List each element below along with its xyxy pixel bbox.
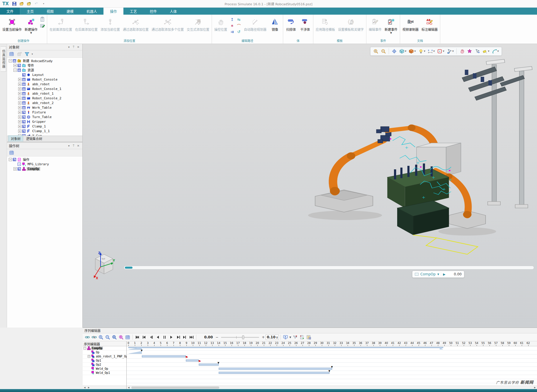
visibility-checkbox[interactable] [18, 167, 21, 171]
jump-start-icon[interactable] [135, 334, 140, 340]
center-view-icon[interactable] [391, 48, 398, 54]
clipboard-button[interactable] [39, 16, 46, 22]
gantt-tree-item-6[interactable]: Weld_Op1 [83, 371, 126, 375]
seq-zoom-out-icon[interactable] [105, 334, 111, 340]
ribbon-button-0-0[interactable]: 设置当前操作 [1, 15, 23, 32]
operation-tree-item-1[interactable]: ✕MFG_Library [7, 162, 82, 166]
seq-zoom-in-icon[interactable] [98, 334, 104, 340]
expander-icon[interactable]: + [13, 167, 17, 171]
undo-icon[interactable]: ↶ [34, 1, 39, 6]
unlink-icon[interactable] [91, 334, 97, 340]
path-tool-button-0[interactable]: ↥ [229, 16, 235, 22]
scroll-thumb[interactable] [131, 386, 219, 389]
next-operation-icon[interactable] [182, 334, 188, 340]
display-bulb-icon[interactable]: ▼ [417, 48, 426, 54]
gantt-bar[interactable] [219, 368, 332, 370]
viewport-3d[interactable]: ▼▼▼▼▼▼▼▼ Top Z Y X [83, 44, 537, 328]
ribbon-button-6-0[interactable]: 视频录制器 [401, 15, 420, 32]
tab-simulation-monitor[interactable]: 仿真监视器 [1, 46, 6, 72]
expander-icon[interactable]: + [18, 120, 21, 123]
compass-icon[interactable]: ▼ [491, 48, 500, 54]
ribbon-tab-1[interactable]: 主页 [20, 8, 40, 15]
expander-icon[interactable]: + [18, 83, 21, 86]
ribbon-button-5-1[interactable]: 新建事件▼ [383, 15, 399, 34]
view-cube-icon[interactable]: ▼ [398, 48, 407, 54]
path-tool-button-3[interactable]: ⌒ [236, 23, 242, 28]
object-tree-item-12[interactable]: +Turn_Table [7, 115, 82, 119]
visibility-checkbox[interactable] [22, 83, 26, 86]
expander-icon[interactable]: + [18, 129, 21, 133]
object-tree-item-1[interactable]: +零件 [7, 63, 82, 68]
ribbon-tab-8[interactable]: 人体 [163, 8, 183, 15]
object-tree-item-8[interactable]: +Robot_Console_2 [7, 96, 82, 100]
close-icon[interactable]: ✕ [76, 144, 81, 147]
gantt-bar[interactable] [142, 355, 186, 357]
open-study-icon[interactable] [26, 1, 32, 6]
object-tree-item-9[interactable]: +abb_robot_2 [7, 100, 82, 105]
expander-icon[interactable]: + [13, 64, 17, 67]
save-icon[interactable] [12, 1, 17, 6]
ribbon-button-6-1[interactable]: AB标注编辑器 [420, 15, 439, 32]
ribbon-tab-2[interactable]: 视图 [40, 8, 60, 15]
expander-icon[interactable]: + [18, 101, 21, 105]
path-tool-button-1[interactable]: ⇆ [236, 16, 242, 22]
visibility-checkbox[interactable] [22, 106, 26, 109]
expander-icon[interactable]: − [9, 158, 12, 161]
open-icon[interactable] [19, 1, 24, 6]
path-tool-button-5[interactable]: ↺ [236, 29, 242, 35]
ribbon-button-2-3[interactable]: 镜像 [268, 15, 282, 32]
navigation-cube[interactable]: Top Z Y X [90, 250, 116, 281]
report-icon[interactable] [306, 334, 312, 340]
gantt-bar[interactable] [219, 372, 329, 374]
tree-hscrollbar[interactable]: ◀▶ [83, 386, 127, 389]
cursor-plus-icon[interactable] [474, 48, 481, 54]
operation-tree-item-0[interactable]: −操作 [7, 157, 82, 162]
pin-icon[interactable]: ⍑ [71, 45, 76, 49]
visibility-checkbox[interactable] [22, 129, 26, 133]
gantt-row-0[interactable] [127, 346, 537, 350]
gantt-ramp-bar[interactable] [128, 351, 142, 354]
prev-operation-icon[interactable] [141, 334, 147, 340]
expander-icon[interactable]: + [18, 106, 21, 109]
path-tool-button-4[interactable]: ⇉ [229, 29, 235, 35]
object-tree-item-14[interactable]: +Clamp_1 [7, 124, 82, 129]
increase-speed-button[interactable]: + [262, 335, 265, 339]
pause-icon[interactable] [162, 334, 167, 340]
expander-icon[interactable]: + [88, 355, 90, 358]
time-step-spinner[interactable]: 0.10▲▼ [266, 335, 279, 340]
visibility-checkbox[interactable] [18, 64, 21, 67]
object-tree-item-3[interactable]: Layout [7, 72, 82, 77]
visibility-checkbox[interactable]: ✕ [18, 163, 21, 166]
object-tree-item-5[interactable]: +abb_robot [7, 82, 82, 86]
qat-more-icon[interactable]: ▾ [41, 1, 46, 6]
ribbon-tab-3[interactable]: 建模 [60, 8, 80, 15]
current-operation[interactable]: CompOp [420, 272, 436, 276]
gantt-bar[interactable] [186, 359, 199, 362]
object-tree-item-13[interactable]: +Gripper [7, 119, 82, 124]
ribbon-tab-6[interactable]: 工艺 [123, 8, 143, 15]
zoom-out-icon[interactable] [380, 48, 387, 54]
play-icon[interactable] [168, 334, 174, 340]
gantt-chart[interactable]: 0123456789101112131415161718192021222324… [127, 341, 537, 389]
monitor-play-icon[interactable] [283, 334, 288, 340]
grab-hand-icon[interactable] [458, 48, 465, 54]
simulation-time-slider[interactable] [124, 266, 534, 270]
expander-icon[interactable]: + [18, 115, 21, 119]
gantt-tree-item-2[interactable]: +abb_robot_1_PNP_Op [83, 354, 126, 359]
gantt-row-3[interactable]: ⚑ [127, 359, 537, 363]
expander-icon[interactable]: + [18, 125, 21, 128]
object-tree-item-0[interactable]: −新建 RobcadStudy [7, 58, 82, 63]
expander-icon[interactable]: + [18, 78, 21, 81]
object-tree-item-15[interactable]: +Clamp_1_1 [7, 129, 82, 133]
view-grid-icon[interactable] [125, 334, 131, 340]
visibility-checkbox[interactable] [22, 97, 26, 100]
tab-logic-collection-tree[interactable]: 逻辑集合树 [24, 136, 45, 142]
chevron-down-icon[interactable]: ▼ [437, 273, 439, 276]
visibility-checkbox[interactable] [13, 59, 16, 62]
expander-icon[interactable]: + [18, 92, 21, 95]
grid-pencil-button[interactable] [39, 23, 46, 29]
view-grid-icon[interactable] [9, 150, 15, 155]
slider-thumb[interactable] [242, 335, 244, 339]
visibility-checkbox[interactable] [22, 87, 26, 91]
gantt-tree-item-5[interactable]: Weld_Op [83, 367, 126, 371]
